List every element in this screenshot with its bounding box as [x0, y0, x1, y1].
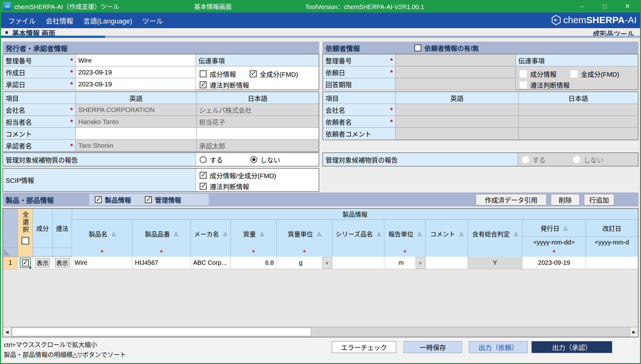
show-seibun-button[interactable]: 表示: [35, 258, 50, 268]
row-number-cell[interactable]: 1: [3, 257, 18, 269]
add-row-button[interactable]: 行追加: [584, 194, 614, 205]
col-header-maker[interactable]: メーカ名△: [191, 220, 231, 248]
report-yes-radio[interactable]: [200, 156, 207, 163]
transmit-header: 伝達事項: [196, 54, 319, 66]
req-composition-info-label: 成分情報: [530, 69, 556, 79]
sort-up-icon[interactable]: △: [223, 231, 227, 237]
products-filter-group: 製品情報 管理情報: [89, 194, 209, 205]
seibun-cell: 表示: [33, 257, 53, 269]
select-all-triangle-icon[interactable]: [4, 249, 10, 255]
required-star-cell: *: [384, 248, 426, 257]
col-header-judgment[interactable]: 含有総合判定△: [468, 220, 522, 248]
fmd-label: 全成分(FMD): [260, 69, 298, 79]
col-header-mass[interactable]: 質量△: [231, 220, 277, 248]
chemsherpa-logo: chemSHERPA-AI: [551, 15, 637, 25]
sort-up-icon[interactable]: △: [317, 231, 321, 237]
scip-fmd-checkbox[interactable]: [200, 172, 207, 179]
col-label: 製品名: [89, 229, 107, 238]
horizontal-scrollbar[interactable]: ◀ ▶: [3, 327, 638, 337]
comment-en-input[interactable]: [76, 128, 197, 140]
sort-up-icon[interactable]: △: [514, 231, 518, 237]
series-cell[interactable]: [332, 257, 384, 269]
col-header-report-unit[interactable]: 報告単位△: [384, 220, 426, 248]
report-no-radio[interactable]: [250, 156, 257, 163]
temp-save-button[interactable]: 一時保存: [404, 341, 462, 353]
creation-date-input[interactable]: 2023-09-19: [76, 66, 196, 78]
issue-date-cell[interactable]: 2023-09-19: [522, 257, 586, 269]
approval-date-input[interactable]: 2023-09-19: [76, 78, 196, 90]
scip-row: SCIP情報 成分情報/全成分(FMD) 遵法判断情報: [3, 168, 319, 192]
error-check-button[interactable]: エラーチェック: [332, 341, 396, 353]
show-junpo-button[interactable]: 表示: [55, 258, 69, 268]
sort-up-icon[interactable]: △: [112, 231, 115, 237]
menu-tools[interactable]: ツール: [142, 15, 163, 25]
tab-indicator: [0, 36, 641, 38]
output-request-button[interactable]: 出力（依頼）: [469, 341, 528, 353]
menu-company-info[interactable]: 会社情報: [46, 15, 73, 25]
sort-up-icon[interactable]: △: [377, 231, 381, 237]
serial-number-input[interactable]: Wire: [76, 54, 196, 66]
fill-handle[interactable]: [29, 266, 32, 269]
table-row: 依頼者コメント: [323, 128, 638, 140]
maker-cell[interactable]: ABC Corp…: [191, 257, 231, 269]
requester-toggle-checkbox[interactable]: [414, 44, 421, 51]
revision-date-cell[interactable]: [586, 257, 638, 269]
required-mark: *: [70, 106, 73, 114]
close-icon[interactable]: ✕: [620, 0, 635, 13]
col-header-comment[interactable]: コメント△: [426, 220, 468, 248]
import-data-button[interactable]: 作成済データ引用: [476, 194, 546, 205]
compliance-info-checkbox[interactable]: [200, 81, 207, 88]
col-header-issue-date[interactable]: 発行日△ <yyyy-mm-dd>: [522, 220, 586, 248]
mass-unit-cell[interactable]: g ∨: [277, 257, 332, 269]
requester-comment-label: 依頼者コメント: [323, 128, 396, 140]
sort-up-icon[interactable]: △: [260, 231, 264, 237]
scroll-left-icon[interactable]: ◀: [3, 327, 11, 337]
mass-cell[interactable]: 6.8: [231, 257, 277, 269]
logo-text-sherpa: SHERPA: [586, 15, 625, 25]
scrollbar-thumb[interactable]: [12, 328, 311, 336]
sort-up-icon[interactable]: △: [174, 231, 178, 237]
col-header-product-name[interactable]: 製品名△: [72, 220, 132, 248]
comment-ja-input[interactable]: [197, 128, 319, 140]
sort-up-icon[interactable]: △: [459, 231, 463, 237]
product-name-cell[interactable]: Wire: [72, 257, 132, 269]
admin-info-checkbox[interactable]: [145, 196, 152, 203]
screen-name: 基本情報画面: [194, 2, 232, 11]
col-header-mass-unit[interactable]: 質量単位△: [277, 220, 332, 248]
required-mark: *: [390, 118, 393, 126]
issuer-section-header: 発行者・承認者情報: [3, 42, 319, 54]
select-all-checkbox[interactable]: [22, 237, 29, 244]
part-number-cell[interactable]: HIJ4567: [132, 257, 191, 269]
required-star-cell: *: [231, 248, 277, 257]
col-header-revision-date[interactable]: 改訂日 <yyyy-mm-d: [586, 220, 638, 248]
issuer-form: 整理番号* Wire 作成日* 2023-09-19 承認日* 2023-09-…: [3, 54, 319, 90]
scip-compliance-checkbox[interactable]: [200, 183, 207, 190]
fmd-checkbox[interactable]: [250, 70, 257, 77]
col-header-series[interactable]: シリーズ品名△: [332, 220, 384, 248]
transmit-checkboxes: 成分情報 全成分(FMD) 遵法判断情報: [196, 66, 319, 90]
report-unit-dropdown[interactable]: ∨: [416, 257, 425, 269]
zoom-hint: ctrl+マウススクロールで拡大縮小: [4, 340, 97, 349]
row-select-cell[interactable]: [18, 257, 33, 269]
mass-unit-dropdown[interactable]: ∨: [322, 257, 332, 269]
products-section-title: 製品・部品情報: [6, 195, 54, 205]
product-info-checkbox[interactable]: [95, 196, 102, 203]
composition-info-checkbox[interactable]: [200, 70, 207, 77]
delete-row-button[interactable]: 削除: [551, 194, 580, 205]
output-approve-button[interactable]: 出力（承認）: [531, 341, 612, 353]
comment-cell[interactable]: [426, 257, 468, 269]
sort-up-icon[interactable]: △: [564, 225, 567, 231]
col-item-header: 項目: [323, 92, 396, 104]
field-label-text: 承認日: [6, 79, 25, 89]
sort-hint: 製品・部品情報の明細横△▽ボタンでソート: [4, 350, 126, 359]
report-unit-cell[interactable]: m ∨: [384, 257, 426, 269]
scroll-right-icon[interactable]: ▶: [630, 327, 638, 337]
app-icon-text: AI: [5, 4, 9, 9]
menu-language[interactable]: 言語(Language): [83, 15, 132, 25]
menu-file[interactable]: ファイル: [8, 15, 36, 25]
col-header-part-number[interactable]: 製品品番△: [132, 220, 191, 248]
row-select-checkbox[interactable]: [22, 259, 29, 266]
minimize-icon[interactable]: –: [575, 0, 589, 13]
maximize-icon[interactable]: □: [597, 0, 612, 13]
sort-up-icon[interactable]: △: [418, 231, 422, 237]
